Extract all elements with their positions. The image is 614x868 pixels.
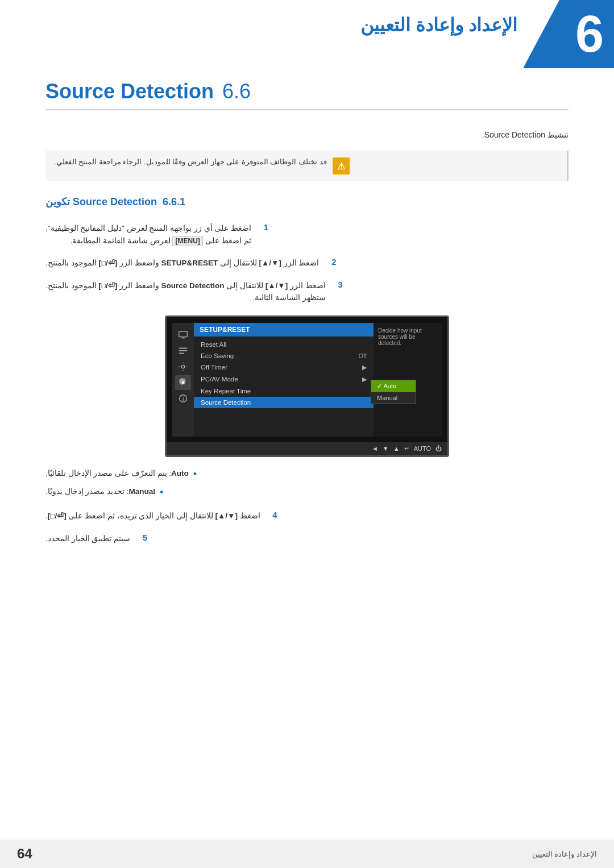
svg-rect-3 [179,350,187,351]
menu-items-list: Reset All Eco Saving Off Off Timer ▶ [194,337,374,410]
menu-icon-settings-active [175,375,191,390]
menu-item-source-detection: Source Detection [194,397,374,408]
svg-rect-4 [179,353,184,354]
monitor-inner: i SETUP&RESET Reset All Eco Saving [167,317,447,442]
step-1: 1 اضغط على أي زر بواجهة المنتج لعرض "دلي… [45,222,569,247]
step-2-number: 2 [325,257,336,267]
monitor-screen: i SETUP&RESET Reset All Eco Saving [165,315,449,457]
step-5: 5 سيتم تطبيق الخيار المحدد. [45,533,569,545]
step-3: 3 اضغط الزر [▼/▲] للانتقال إلى Source De… [45,280,569,304]
page-title-area: الإعداد وإعادة التعيين [360,14,517,36]
steps-list: 1 اضغط على أي زر بواجهة المنتج لعرض "دلي… [45,222,569,304]
bullet-auto-text: Auto: يتم التعرّف على مصدر الإدخال تلقائ… [45,468,189,477]
section-title: Source Detection [45,80,214,103]
bullet-manual: • Manual: تحديد مصدر إدخال يدويًا. [45,487,569,499]
arabic-page-title: الإعداد وإعادة التعيين [360,14,517,36]
bullet-list: • Auto: يتم التعرّف على مصدر الإدخال تلق… [45,468,569,499]
activation-note: تنشيط Source Detection. [45,130,569,139]
menu-icon-info: i [175,391,191,406]
chapter-number: 6 [523,0,614,68]
step-1-text: اضغط على أي زر بواجهة المنتج لعرض "دليل … [45,222,251,247]
menu-item-pcav-mode: PC/AV Mode ▶ [194,373,374,385]
steps-list-2: 4 اضغط [▼/▲] للانتقال إلى الخيار الذي تر… [45,510,569,545]
submenu-popup: ✓ Auto Manual [371,380,416,404]
btn-down: ▼ [383,445,389,452]
subsection-label: تكوين Source Detection [45,196,157,208]
step-3-text: اضغط الزر [▼/▲] للانتقال إلى Source Dete… [45,280,326,304]
step-3-number: 3 [331,280,343,289]
menu-item-off-timer: Off Timer ▶ [194,362,374,373]
btn-left: ◄ [372,445,378,452]
svg-text:i: i [182,396,184,402]
bullet-dot-manual: • [160,487,163,499]
warning-text: قد تختلف الوظائف المتوفرة على جهاز العرض… [54,157,327,166]
btn-power: ⏻ [435,445,442,452]
svg-rect-1 [181,337,184,338]
svg-point-5 [181,365,184,368]
bullet-auto-term: Auto [171,469,189,477]
step-2-text: اضغط الزر [▼/▲] للانتقال إلى SETUP&RESET… [45,257,319,269]
menu-item-eco-saving: Eco Saving Off [194,350,374,362]
step-4-text: اضغط [▼/▲] للانتقال إلى الخيار الذي تريد… [45,510,260,522]
warning-icon: ⚠ [333,157,350,175]
footer-page-number: 64 [17,846,32,862]
btn-enter: ↵ [404,445,409,452]
step-4: 4 اضغط [▼/▲] للانتقال إلى الخيار الذي تر… [45,510,569,522]
svg-rect-0 [179,331,187,337]
warning-box: ⚠ قد تختلف الوظائف المتوفرة على جهاز الع… [45,151,569,181]
menu-main-area: SETUP&RESET Reset All Eco Saving Off Off… [194,323,374,437]
menu-ui: i SETUP&RESET Reset All Eco Saving [172,323,442,437]
monitor-screenshot: i SETUP&RESET Reset All Eco Saving [165,315,449,457]
menu-item-key-repeat: Key Repeat Time [194,385,374,397]
submenu-item-manual: Manual [371,392,416,404]
bullet-manual-term: Manual [129,487,156,496]
bullet-manual-text: Manual: تحديد مصدر إدخال يدويًا. [45,487,155,496]
monitor-bottom-bar: ◄ ▼ ▲ ↵ AUTO ⏻ [167,442,447,455]
btn-auto: AUTO [414,445,431,452]
step-5-number: 5 [136,533,147,542]
menu-icon-system [175,359,191,374]
main-content: 6.6 Source Detection تنشيط Source Detect… [0,0,614,612]
bullet-auto: • Auto: يتم التعرّف على مصدر الإدخال تلق… [45,468,569,481]
svg-rect-2 [179,348,187,349]
section-number: 6.6 [222,80,251,103]
section-header: 6.6 Source Detection [45,80,569,110]
menu-title-bar: SETUP&RESET [194,323,374,337]
submenu-item-auto: ✓ Auto [371,380,416,392]
page-footer: 64 الإعداد وإعادة التعيين [0,840,614,868]
menu-item-reset-all: Reset All [194,339,374,350]
subsection-number: 6.6.1 [163,196,185,208]
subsection-header: 6.6.1 تكوين Source Detection [45,196,569,208]
menu-icon-picture [175,343,191,358]
step-4-number: 4 [266,510,277,520]
footer-title: الإعداد وإعادة التعيين [532,850,597,858]
bullet-dot-auto: • [193,468,197,481]
btn-up: ▲ [393,445,400,452]
step-1-number: 1 [257,222,268,232]
menu-left-icons: i [172,323,194,437]
step-2: 2 اضغط الزر [▼/▲] للانتقال إلى SETUP&RES… [45,257,569,269]
step-5-text: سيتم تطبيق الخيار المحدد. [45,533,130,545]
menu-icon-display [175,327,191,342]
